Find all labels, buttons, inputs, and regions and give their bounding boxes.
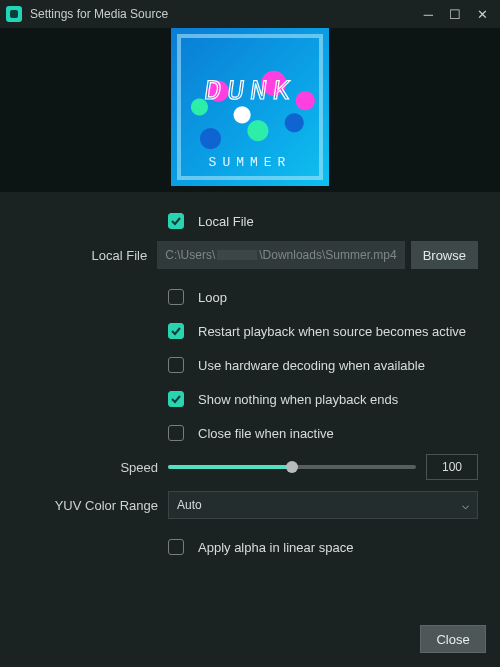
close-inactive-checkbox[interactable] <box>168 425 184 441</box>
show-nothing-end-checkbox[interactable] <box>168 391 184 407</box>
apply-alpha-label: Apply alpha in linear space <box>198 540 353 555</box>
chevron-down-icon: ⌵ <box>462 498 469 512</box>
speed-slider[interactable] <box>168 457 416 477</box>
window-title: Settings for Media Source <box>30 7 424 21</box>
loop-checkbox[interactable] <box>168 289 184 305</box>
app-icon <box>6 6 22 22</box>
artwork-text-bottom: SUMMER <box>171 155 329 170</box>
redacted-username <box>217 250 257 260</box>
yuv-select-value: Auto <box>177 498 202 512</box>
speed-value[interactable]: 100 <box>426 454 478 480</box>
titlebar: Settings for Media Source ─ ☐ ✕ <box>0 0 500 28</box>
local-file-path-label: Local File <box>22 248 157 263</box>
preview-area: DUNK SUMMER <box>0 28 500 192</box>
local-file-path-input[interactable]: C:\Users\\Downloads\Summer.mp4 <box>157 241 404 269</box>
yuv-label: YUV Color Range <box>22 498 168 513</box>
show-nothing-end-label: Show nothing when playback ends <box>198 392 398 407</box>
browse-button[interactable]: Browse <box>411 241 478 269</box>
restart-active-checkbox[interactable] <box>168 323 184 339</box>
minimize-button[interactable]: ─ <box>424 7 433 22</box>
hw-decode-checkbox[interactable] <box>168 357 184 373</box>
yuv-select[interactable]: Auto ⌵ <box>168 491 478 519</box>
maximize-button[interactable]: ☐ <box>449 7 461 22</box>
local-file-checkbox-label: Local File <box>198 214 254 229</box>
close-button[interactable]: Close <box>420 625 486 653</box>
local-file-checkbox[interactable] <box>168 213 184 229</box>
hw-decode-label: Use hardware decoding when available <box>198 358 425 373</box>
media-preview: DUNK SUMMER <box>171 28 329 186</box>
close-inactive-label: Close file when inactive <box>198 426 334 441</box>
close-window-button[interactable]: ✕ <box>477 7 488 22</box>
loop-label: Loop <box>198 290 227 305</box>
artwork-text-top: DUNK <box>171 76 329 107</box>
apply-alpha-checkbox[interactable] <box>168 539 184 555</box>
speed-label: Speed <box>22 460 168 475</box>
restart-active-label: Restart playback when source becomes act… <box>198 324 466 339</box>
